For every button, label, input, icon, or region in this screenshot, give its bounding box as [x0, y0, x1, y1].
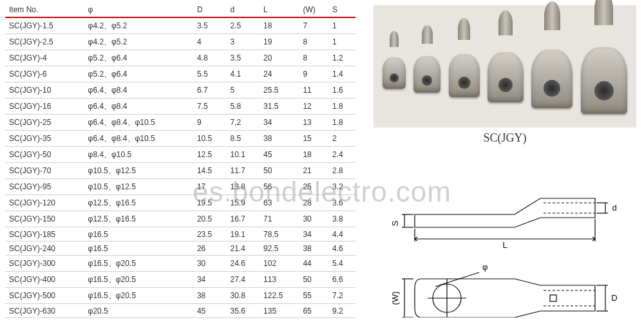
table-row: SC(JGY)-25φ6.4、φ8.4、φ10.597.234131.8: [5, 115, 355, 131]
cell-d: 13.8: [227, 179, 260, 195]
cell-item: SC(JGY)-70: [5, 163, 84, 179]
lug-icon: [383, 44, 406, 89]
table-row: SC(JGY)-150φ12.5、φ16.520.516.771303.8: [5, 211, 355, 227]
cell-d: 2.5: [227, 17, 260, 34]
cell-d: 3.5: [227, 50, 260, 66]
lug-icon: [413, 40, 440, 93]
cell-item: SC(JGY)-16: [5, 99, 84, 115]
cell-d: 35.6: [227, 304, 260, 318]
cell-phi: φ16.5、φ20.5: [84, 256, 193, 272]
cell-W: 8: [299, 34, 328, 50]
cell-d: 27.4: [227, 272, 260, 288]
cell-d: 8.5: [227, 131, 260, 147]
right-pane: SC(JGY): [361, 0, 644, 331]
table-row: SC(JGY)-2.5φ4.2、φ5.2431981: [5, 34, 355, 50]
cell-D: 5.5: [193, 66, 227, 82]
cell-item: SC(JGY)-1.5: [5, 17, 84, 34]
cell-phi: φ5.2、φ6.4: [84, 50, 193, 66]
cell-D: 45: [193, 304, 227, 318]
cell-D: 38: [193, 288, 227, 304]
table-row: SC(JGY)-35φ6.4、φ8.4、φ10.510.58.538152: [5, 131, 355, 147]
cell-item: SC(JGY)-120: [5, 195, 84, 211]
cell-S: 3.6: [328, 195, 355, 211]
cell-phi: φ8.4、φ10.5: [84, 147, 193, 163]
cell-L: 45: [260, 147, 299, 163]
cell-W: 50: [299, 272, 328, 288]
col-d: d: [227, 3, 260, 17]
cell-d: 11.7: [227, 163, 260, 179]
cell-d: 7.2: [227, 115, 260, 131]
svg-rect-17: [550, 295, 556, 301]
cell-D: 26: [193, 241, 227, 256]
label-phi: φ: [482, 262, 488, 272]
table-row: SC(JGY)-630φ20.54535.6135659.2: [5, 304, 355, 318]
cell-L: 63: [260, 195, 299, 211]
table-row: SC(JGY)-1.5φ4.2、φ5.23.52.51871: [5, 17, 355, 34]
cell-W: 28: [299, 195, 328, 211]
col-S: S: [328, 3, 355, 17]
cell-item: SC(JGY)-95: [5, 179, 84, 195]
cell-W: 9: [299, 66, 328, 82]
cell-S: 1: [328, 17, 355, 34]
cell-item: SC(JGY)-185: [5, 227, 84, 241]
cell-D: 7.5: [193, 99, 227, 115]
cell-item: SC(JGY)-500: [5, 288, 84, 304]
table-row: SC(JGY)-500φ16.5、φ20.53830.8122.5557.2: [5, 288, 355, 304]
cell-S: 3.8: [328, 211, 355, 227]
cell-d: 30.8: [227, 288, 260, 304]
cell-L: 92.5: [260, 241, 299, 256]
cell-phi: φ10.5、φ12.5: [84, 163, 193, 179]
cell-W: 8: [299, 50, 328, 66]
cell-D: 23.5: [193, 227, 227, 241]
cell-S: 2.8: [328, 163, 355, 179]
spec-table: Item No. φ D d L (W) S SC(JGY)-1.5φ4.2、φ…: [5, 3, 355, 318]
col-D: D: [193, 3, 227, 17]
table-row: SC(JGY)-6φ5.2、φ6.45.54.12491.4: [5, 66, 355, 82]
col-L: L: [260, 3, 299, 17]
cell-L: 18: [260, 17, 299, 34]
cell-item: SC(JGY)-25: [5, 115, 84, 131]
cell-L: 24: [260, 66, 299, 82]
table-row: SC(JGY)-300φ16.5、φ20.53024.6102445.4: [5, 256, 355, 272]
table-row: SC(JGY)-10φ6.4、φ8.46.7525.5111.6: [5, 82, 355, 99]
lug-icon: [449, 35, 480, 97]
cell-d: 16.7: [227, 211, 260, 227]
cell-S: 1.6: [328, 82, 355, 99]
cell-S: 4.6: [328, 241, 355, 256]
cell-W: 11: [299, 82, 328, 99]
cell-L: 38: [260, 131, 299, 147]
cell-W: 30: [299, 211, 328, 227]
cell-D: 20.5: [193, 211, 227, 227]
table-row: SC(JGY)-95φ10.5、φ12.51713.856253.2: [5, 179, 355, 195]
cell-L: 71: [260, 211, 299, 227]
cell-d: 24.6: [227, 256, 260, 272]
cell-W: 15: [299, 131, 328, 147]
cell-L: 122.5: [260, 288, 299, 304]
cell-W: 12: [299, 99, 328, 115]
cell-d: 10.1: [227, 147, 260, 163]
col-phi: φ: [84, 3, 193, 17]
cell-D: 10.5: [193, 131, 227, 147]
cell-phi: φ16.5、φ20.5: [84, 272, 193, 288]
label-W: (W): [390, 292, 400, 305]
cell-L: 31.5: [260, 99, 299, 115]
cell-item: SC(JGY)-150: [5, 211, 84, 227]
cell-W: 34: [299, 227, 328, 241]
cell-W: 55: [299, 288, 328, 304]
col-item: Item No.: [5, 3, 84, 17]
cell-D: 4.8: [193, 50, 227, 66]
cell-W: 18: [299, 147, 328, 163]
cell-item: SC(JGY)-630: [5, 304, 84, 318]
cell-L: 135: [260, 304, 299, 318]
table-row: SC(JGY)-70φ10.5、φ12.514.511.750212.8: [5, 163, 355, 179]
cell-W: 7: [299, 17, 328, 34]
cell-D: 34: [193, 272, 227, 288]
cell-S: 9.2: [328, 304, 355, 318]
cell-W: 65: [299, 304, 328, 318]
cell-item: SC(JGY)-50: [5, 147, 84, 163]
cell-S: 6.6: [328, 272, 355, 288]
table-row: SC(JGY)-185φ16.523.519.178.5344.4: [5, 227, 355, 241]
technical-diagram: L S d: [374, 156, 636, 317]
cell-L: 34: [260, 115, 299, 131]
cell-d: 5.8: [227, 99, 260, 115]
